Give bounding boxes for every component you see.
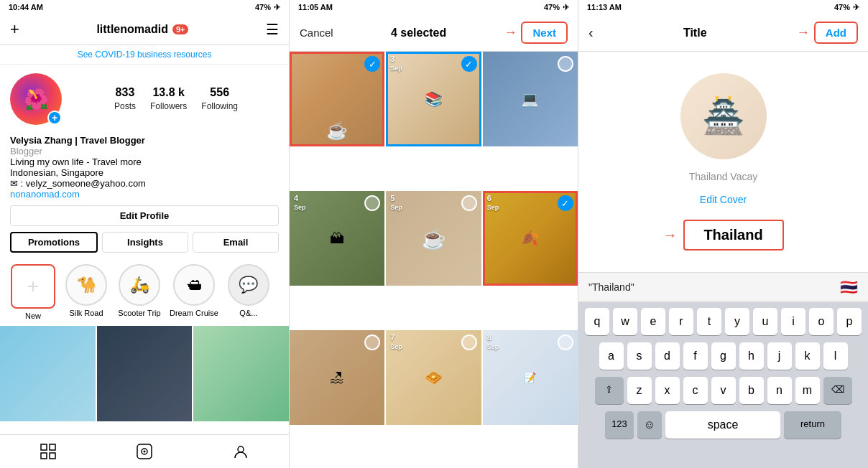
- select-circle-6[interactable]: [558, 195, 573, 211]
- cancel-button[interactable]: Cancel: [300, 27, 333, 39]
- story-qa[interactable]: 💬 Q&...: [226, 264, 272, 320]
- time-2: 11:05 AM: [298, 3, 333, 11]
- select-circle-8[interactable]: [461, 334, 477, 350]
- edit-cover-link[interactable]: Edit Cover: [700, 194, 747, 205]
- thailand-input[interactable]: Thailand: [683, 220, 784, 251]
- key-h[interactable]: h: [739, 342, 764, 370]
- insights-button[interactable]: Insights: [102, 232, 188, 253]
- next-button[interactable]: Next: [521, 22, 568, 44]
- key-g[interactable]: g: [711, 342, 736, 370]
- thailand-arrow: →: [663, 227, 678, 243]
- key-u[interactable]: u: [753, 308, 777, 335]
- cover-title: Thailand Vacay: [689, 171, 757, 182]
- key-r[interactable]: r: [669, 308, 693, 335]
- silk-road-label: Silk Road: [69, 309, 103, 317]
- grid-photo-3[interactable]: [193, 326, 289, 421]
- key-t[interactable]: t: [697, 308, 721, 335]
- select-circle-9[interactable]: [558, 334, 573, 350]
- covid-banner[interactable]: See COVID-19 business resources: [0, 45, 289, 65]
- key-x[interactable]: x: [655, 377, 680, 404]
- key-b[interactable]: b: [739, 377, 764, 404]
- add-button[interactable]: Add: [814, 22, 858, 44]
- key-w[interactable]: w: [613, 308, 637, 335]
- key-e[interactable]: e: [641, 308, 665, 335]
- date-badge-4: 4Sep: [294, 194, 306, 211]
- story-silk-road[interactable]: 🐪 Silk Road: [63, 264, 109, 320]
- key-z[interactable]: z: [627, 377, 652, 404]
- edit-profile-button[interactable]: Edit Profile: [10, 205, 279, 226]
- qa-label: Q&...: [239, 309, 257, 317]
- key-c[interactable]: c: [683, 377, 708, 404]
- bio-website[interactable]: nonanomad.com: [10, 189, 279, 200]
- key-i[interactable]: i: [781, 308, 805, 335]
- key-o[interactable]: o: [809, 308, 834, 335]
- key-a[interactable]: a: [599, 342, 624, 370]
- emoji-key[interactable]: ☺: [637, 411, 662, 439]
- key-s[interactable]: s: [627, 342, 652, 370]
- autocomplete-text: "Thailand": [588, 281, 840, 293]
- key-f[interactable]: f: [683, 342, 708, 370]
- nav-reels-icon[interactable]: [134, 441, 155, 462]
- bio-name: Velysia Zhang | Travel Blogger: [10, 135, 279, 146]
- story-scooter-trip[interactable]: 🛵 Scooter Trip: [116, 264, 162, 320]
- photo-cell-2[interactable]: 3Sep 📚: [386, 52, 481, 146]
- key-p[interactable]: p: [837, 308, 862, 335]
- promotions-button[interactable]: Promotions: [10, 232, 98, 253]
- thailand-flag-icon[interactable]: 🇹🇭: [840, 279, 858, 296]
- profile-section: 🌺 + 833 Posts 13.8 k Followers 556 Follo…: [0, 65, 289, 131]
- date-badge-5: 5Sep: [390, 194, 402, 211]
- key-j[interactable]: j: [767, 342, 792, 370]
- photo-cell-5[interactable]: 5Sep ☕: [386, 191, 481, 286]
- scooter-label: Scooter Trip: [118, 309, 160, 317]
- delete-key[interactable]: ⌫: [823, 377, 852, 404]
- date-badge-8: 7Sep: [390, 333, 402, 350]
- key-v[interactable]: v: [711, 377, 736, 404]
- key-q[interactable]: q: [585, 308, 609, 335]
- photo-cell-9[interactable]: 8Sep 📝: [483, 330, 578, 425]
- key-m[interactable]: m: [795, 377, 820, 404]
- space-key[interactable]: space: [665, 411, 780, 439]
- nav-grid-icon[interactable]: [37, 441, 59, 462]
- menu-icon[interactable]: ☰: [266, 21, 279, 38]
- plus-icon[interactable]: +: [10, 20, 19, 39]
- key-d[interactable]: d: [655, 342, 680, 370]
- date-badge-6: 6Sep: [487, 194, 499, 211]
- profile-panel: 10:44 AM 47% ✈ + littlenomadid 9+ ☰ See …: [0, 0, 290, 468]
- bio-email: ✉ : velyz_someone@yahoo.com: [10, 178, 279, 189]
- email-button[interactable]: Email: [193, 232, 279, 253]
- photo-cell-8[interactable]: 7Sep 🧇: [386, 330, 481, 425]
- shift-key[interactable]: ⇧: [595, 377, 624, 404]
- avatar-plus-button[interactable]: +: [47, 111, 62, 125]
- return-key[interactable]: return: [784, 411, 841, 439]
- svg-rect-2: [41, 453, 47, 459]
- grid-photo-1[interactable]: [0, 326, 96, 421]
- select-circle-2[interactable]: [461, 56, 477, 72]
- select-circle-5[interactable]: [461, 195, 477, 211]
- photo-cell-6[interactable]: 6Sep 🍂: [483, 191, 578, 286]
- key-k[interactable]: k: [795, 342, 820, 370]
- time-3: 11:13 AM: [587, 3, 622, 11]
- key-l[interactable]: l: [823, 342, 848, 370]
- numbers-key[interactable]: 123: [605, 411, 634, 439]
- cruise-icon: 🛳: [186, 276, 202, 294]
- story-new[interactable]: + New: [10, 264, 56, 320]
- key-n[interactable]: n: [767, 377, 792, 404]
- photo-grid-profile: [0, 326, 289, 434]
- photo-cell-4[interactable]: 4Sep 🏔: [290, 191, 384, 286]
- select-circle-3[interactable]: [558, 56, 573, 72]
- photo-cell-3[interactable]: 💻: [483, 52, 578, 146]
- key-y[interactable]: y: [725, 308, 749, 335]
- nav-profile-icon[interactable]: [230, 441, 251, 462]
- photo-cell-1[interactable]: ☕: [290, 52, 384, 146]
- followers-label: Followers: [150, 101, 187, 111]
- stat-followers: 13.8 k Followers: [150, 86, 187, 112]
- story-dream-cruise[interactable]: 🛳 Dream Cruise: [170, 264, 218, 320]
- posts-count: 833: [114, 86, 136, 99]
- stats-row: 833 Posts 13.8 k Followers 556 Following: [73, 86, 279, 112]
- battery-1: 47%: [255, 3, 271, 11]
- profile-header: + littlenomadid 9+ ☰: [0, 14, 289, 45]
- back-button[interactable]: ‹: [588, 24, 594, 41]
- cover-circle[interactable]: 🏯: [680, 73, 767, 159]
- grid-photo-2[interactable]: [97, 326, 193, 421]
- photo-cell-7[interactable]: 🏖: [290, 330, 384, 425]
